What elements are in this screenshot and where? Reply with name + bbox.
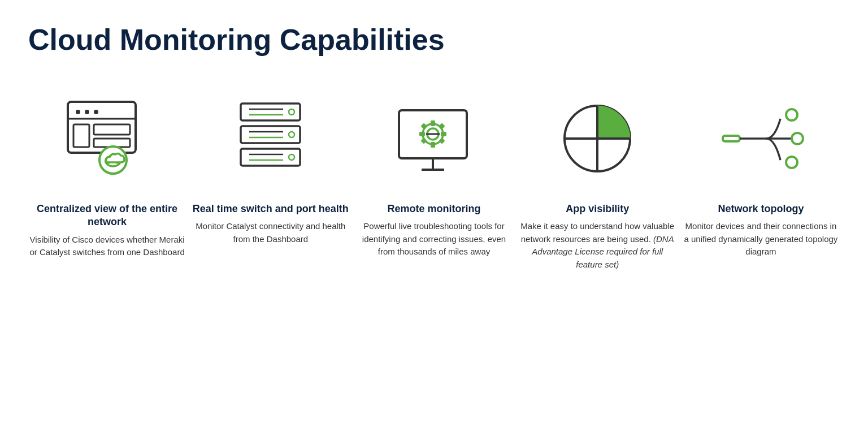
capability-item-remote-monitoring: Remote monitoring Powerful live troubles… — [355, 90, 513, 258]
svg-rect-13 — [241, 103, 300, 120]
svg-rect-36 — [420, 137, 427, 144]
centralized-view-title: Centralized view of the entire network — [28, 202, 186, 229]
centralized-view-icon — [59, 90, 155, 187]
page-title: Cloud Monitoring Capabilities — [28, 23, 840, 57]
svg-rect-34 — [420, 123, 427, 129]
svg-point-46 — [792, 133, 803, 144]
capability-item-centralized-view: Centralized view of the entire network V… — [28, 90, 186, 259]
capability-item-realtime-switch: Real time switch and port health Monitor… — [192, 90, 349, 245]
svg-rect-5 — [73, 124, 89, 147]
svg-point-1 — [76, 110, 80, 114]
svg-rect-35 — [439, 123, 445, 129]
network-topology-icon — [713, 90, 809, 187]
svg-point-16 — [289, 109, 294, 115]
svg-rect-42 — [723, 136, 740, 141]
network-topology-desc: Monitor devices and their connections in… — [682, 220, 840, 258]
svg-rect-17 — [241, 126, 300, 143]
realtime-switch-desc: Monitor Catalyst connectivity and health… — [192, 220, 349, 245]
svg-point-47 — [786, 157, 797, 168]
network-topology-title: Network topology — [718, 202, 804, 215]
svg-rect-33 — [441, 132, 446, 136]
realtime-switch-title: Real time switch and port health — [193, 202, 349, 215]
app-visibility-desc: Make it easy to understand how valuable … — [519, 220, 676, 271]
svg-rect-31 — [431, 142, 435, 148]
capability-item-network-topology: Network topology Monitor devices and the… — [682, 90, 840, 258]
svg-point-2 — [85, 110, 89, 114]
app-visibility-title: App visibility — [566, 202, 629, 215]
capability-item-app-visibility: App visibility Make it easy to understan… — [519, 90, 676, 271]
svg-point-24 — [289, 154, 294, 160]
remote-monitoring-desc: Powerful live troubleshooting tools for … — [355, 220, 513, 258]
svg-rect-21 — [241, 149, 300, 166]
remote-monitoring-icon — [386, 90, 482, 187]
svg-point-20 — [289, 132, 294, 137]
svg-point-3 — [94, 110, 98, 114]
realtime-switch-icon — [223, 90, 319, 187]
svg-point-44 — [786, 109, 797, 120]
svg-rect-37 — [439, 137, 445, 144]
remote-monitoring-title: Remote monitoring — [388, 202, 481, 215]
svg-rect-30 — [431, 120, 435, 126]
capabilities-grid: Centralized view of the entire network V… — [28, 90, 840, 271]
centralized-view-desc: Visibility of Cisco devices whether Mera… — [28, 234, 186, 259]
app-visibility-icon — [549, 90, 645, 187]
svg-rect-6 — [94, 124, 130, 135]
svg-rect-32 — [419, 132, 425, 136]
svg-rect-0 — [68, 102, 136, 153]
